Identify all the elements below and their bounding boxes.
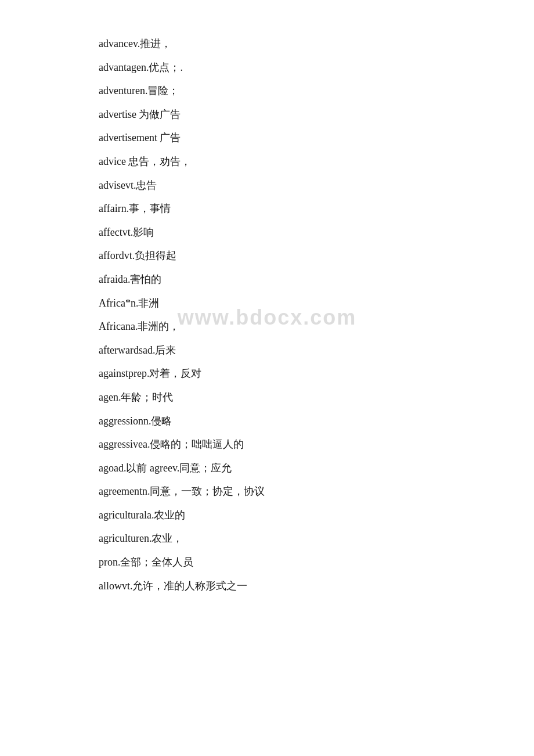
list-item: Africa*n.非洲	[99, 294, 435, 312]
list-item: agen.年龄；时代	[99, 388, 435, 406]
list-item: agriculturen.农业，	[99, 530, 435, 548]
entries-container: advancev.推进，advantagen.优点；.adventuren.冒险…	[99, 35, 435, 595]
list-item: againstprep.对着，反对	[99, 365, 435, 383]
list-item: afraida.害怕的	[99, 271, 435, 289]
list-item: advantagen.优点；.	[99, 59, 435, 77]
list-item: agriculturala.农业的	[99, 506, 435, 524]
list-item: Africana.非洲的，	[99, 318, 435, 336]
page-container: www.bdocx.com advancev.推进，advantagen.优点；…	[0, 0, 534, 635]
list-item: advertise 为做广告	[99, 106, 435, 124]
list-item: agreementn.同意，一致；协定，协议	[99, 483, 435, 501]
list-item: afterwardsad.后来	[99, 341, 435, 359]
list-item: pron.全部；全体人员	[99, 553, 435, 571]
list-item: agoad.以前 agreev.同意；应允	[99, 459, 435, 477]
list-item: adventuren.冒险；	[99, 82, 435, 100]
list-item: affordvt.负担得起	[99, 247, 435, 265]
list-item: advisevt.忠告	[99, 177, 435, 195]
list-item: advancev.推进，	[99, 35, 435, 53]
list-item: advertisement 广告	[99, 129, 435, 147]
list-item: allowvt.允许，准的人称形式之一	[99, 577, 435, 595]
list-item: affectvt.影响	[99, 224, 435, 242]
list-item: aggressionn.侵略	[99, 412, 435, 430]
list-item: advice 忠告，劝告，	[99, 153, 435, 171]
list-item: affairn.事，事情	[99, 200, 435, 218]
list-item: aggressivea.侵略的；咄咄逼人的	[99, 435, 435, 453]
